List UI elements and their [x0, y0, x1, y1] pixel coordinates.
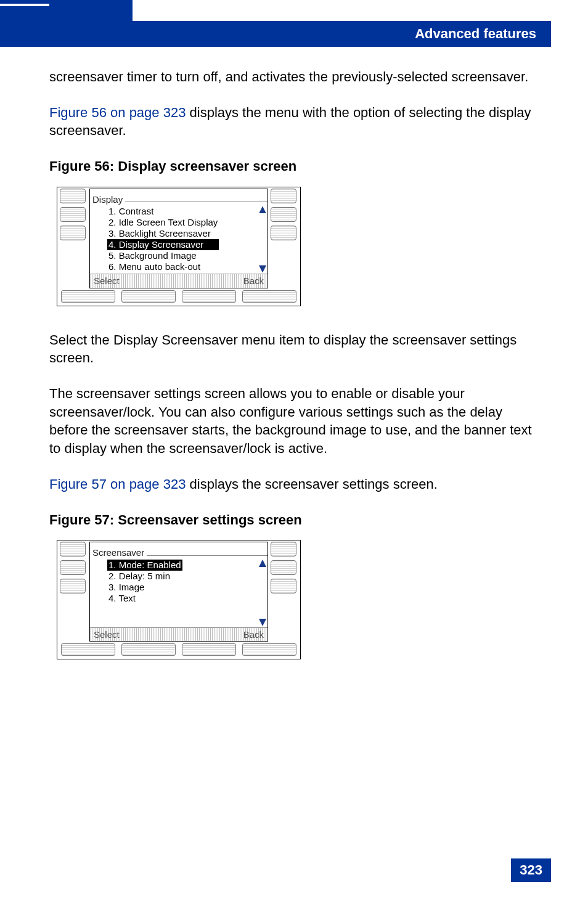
menu-item-selected[interactable]: 4. Display Screensaver: [107, 239, 219, 250]
figure-56-image: Display 1. Contrast 2. Idle Screen Text …: [57, 187, 301, 306]
left-softkeys: [60, 542, 87, 593]
menu-item[interactable]: 1. Contrast: [107, 206, 219, 217]
softkey-shape: [61, 643, 115, 656]
screensaver-screen: Screensaver 1. Mode: Enabled 2. Delay: 5…: [89, 542, 268, 642]
softkey-shape: [242, 290, 296, 303]
softkey-shape: [271, 560, 296, 575]
screen-title: Display: [90, 193, 125, 206]
page-number: 323: [511, 858, 551, 882]
softkey-shape: [60, 226, 86, 240]
decor-line: [0, 4, 49, 6]
softkey-back[interactable]: Back: [243, 275, 264, 287]
menu-item-selected[interactable]: 1. Mode: Enabled: [107, 560, 182, 571]
softkey-shape: [242, 643, 296, 656]
softkey-bar: Select Back: [90, 274, 267, 287]
scroll-up-icon: [259, 206, 266, 213]
intro-paragraph-1: screensaver timer to turn off, and activ…: [49, 68, 544, 86]
softkey-shape: [60, 560, 86, 575]
softkey-shape: [271, 207, 296, 222]
softkey-select[interactable]: Select: [94, 275, 120, 287]
softkey-shape: [271, 226, 296, 240]
softkey-shape: [60, 542, 86, 556]
softkey-shape: [271, 542, 296, 556]
menu-item[interactable]: 6. Menu auto back-out: [107, 261, 219, 272]
fig57-rest: displays the screensaver settings screen…: [186, 476, 437, 492]
scroll-down-icon: [259, 265, 266, 272]
mid-paragraph-1: Select the Display Screensaver menu item…: [49, 331, 544, 367]
mid-paragraph-2: The screensaver settings screen allows y…: [49, 385, 544, 458]
fig57-link[interactable]: Figure 57 on page 323: [49, 476, 186, 492]
softkey-shape: [121, 290, 176, 303]
fig56-reference-paragraph: Figure 56 on page 323 displays the menu …: [49, 104, 544, 140]
softkey-shape: [60, 189, 86, 203]
softkey-shape: [60, 207, 86, 222]
menu-item[interactable]: 2. Idle Screen Text Display: [107, 217, 219, 228]
page-header-title: Advanced features: [415, 26, 536, 42]
softkey-back[interactable]: Back: [243, 629, 264, 641]
scroll-down-icon: [259, 619, 266, 626]
softkey-shape: [271, 579, 296, 593]
softkey-shape: [182, 290, 236, 303]
softkey-select[interactable]: Select: [94, 629, 120, 641]
softkey-bar: Select Back: [90, 627, 267, 641]
figure-56-title: Figure 56: Display screensaver screen: [49, 157, 544, 176]
content-area: screensaver timer to turn off, and activ…: [49, 68, 544, 684]
menu-item[interactable]: 4. Text: [107, 593, 182, 604]
decor-block: [0, 0, 133, 47]
figure-57-image: Screensaver 1. Mode: Enabled 2. Delay: 5…: [57, 540, 301, 659]
screen-title: Screensaver: [90, 546, 147, 559]
menu-item[interactable]: 3. Backlight Screensaver: [107, 228, 219, 239]
bottom-keys: [61, 643, 296, 656]
page-header: Advanced features: [133, 21, 551, 47]
menu-item[interactable]: 2. Delay: 5 min: [107, 571, 182, 582]
softkey-shape: [121, 643, 176, 656]
softkey-shape: [60, 579, 86, 593]
right-softkeys: [271, 189, 298, 240]
menu-item[interactable]: 5. Background Image: [107, 250, 219, 261]
softkey-shape: [61, 290, 115, 303]
softkey-shape: [271, 189, 296, 203]
left-softkeys: [60, 189, 87, 240]
softkey-shape: [182, 643, 236, 656]
scroll-up-icon: [259, 560, 266, 567]
fig57-reference-paragraph: Figure 57 on page 323 displays the scree…: [49, 475, 544, 494]
menu-item[interactable]: 3. Image: [107, 582, 182, 593]
display-screen: Display 1. Contrast 2. Idle Screen Text …: [89, 189, 268, 288]
right-softkeys: [271, 542, 298, 593]
bottom-keys: [61, 290, 296, 303]
figure-57-title: Figure 57: Screensaver settings screen: [49, 511, 544, 529]
fig56-link[interactable]: Figure 56 on page 323: [49, 105, 186, 120]
